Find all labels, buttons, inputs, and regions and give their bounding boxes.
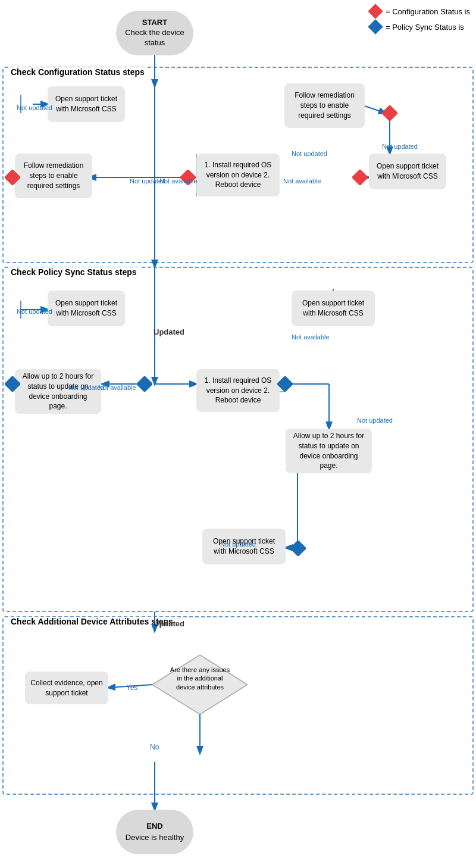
additional-diamond-text: Are there any issues in the additional d…: [167, 666, 233, 691]
label-not-available-config-1: Not available: [159, 177, 198, 185]
start-node: START Check the device status: [116, 11, 193, 55]
label-yes: Yes: [126, 683, 138, 692]
policy-open-support-top-left: Open support ticket with Microsoft CSS: [48, 291, 125, 326]
label-updated-additional: Updated: [154, 619, 184, 628]
config-open-support-right: Open support ticket with Microsoft CSS: [369, 154, 446, 189]
diagram-container: = Configuration Status is = Policy Sync …: [0, 0, 476, 868]
config-diamond-right: [352, 170, 368, 185]
label-not-updated-policy-4: Not updated: [220, 541, 256, 548]
label-not-updated-policy-3: Not updated: [357, 417, 393, 424]
config-open-support-top: Open support ticket with Microsoft CSS: [48, 86, 125, 122]
config-legend-label: = Configuration Status is: [386, 7, 470, 16]
start-line2: Check the device status: [116, 28, 193, 48]
label-updated-policy-1: Updated: [154, 327, 184, 336]
end-line2: Device is healthy: [126, 832, 184, 843]
policy-diamond-right: [277, 376, 293, 392]
config-diamond-top-right: [382, 105, 397, 121]
svg-rect-6: [277, 376, 293, 392]
policy-install-os: 1. Install required OS version on device…: [196, 369, 280, 412]
end-line1: END: [126, 821, 184, 832]
svg-rect-4: [5, 376, 20, 392]
config-section-title: Check Configuration Status steps: [8, 67, 147, 77]
start-line1: START: [116, 18, 193, 28]
label-not-available-policy-2: Not available: [292, 333, 330, 341]
additional-section-title: Check Additional Device Attributes steps: [8, 617, 176, 626]
label-not-updated-config-3: Not updated: [292, 150, 327, 157]
legend: = Configuration Status is = Policy Sync …: [370, 6, 470, 32]
label-not-updated-config-1: Not updated: [17, 104, 52, 111]
policy-legend-label: = Policy Sync Status is: [386, 23, 464, 32]
config-install-os: 1. Install required OS version on device…: [196, 154, 280, 196]
label-no: No: [150, 743, 159, 751]
config-diamond-icon: [368, 4, 383, 18]
label-not-available-policy-1: Not available: [98, 384, 136, 391]
legend-config: = Configuration Status is: [370, 6, 470, 17]
svg-rect-2: [5, 170, 20, 185]
label-not-available-config-2: Not available: [283, 177, 321, 185]
policy-diamond-bottom-right: [290, 541, 306, 556]
policy-allow-2hrs: Allow up to 2 hours for status to update…: [15, 369, 101, 414]
legend-policy: = Policy Sync Status is: [370, 21, 470, 32]
svg-rect-3: [352, 170, 368, 185]
svg-rect-5: [137, 376, 152, 392]
svg-rect-0: [382, 105, 397, 121]
additional-collect: Collect evidence, open support ticket: [25, 672, 108, 704]
svg-rect-7: [290, 541, 306, 556]
label-not-updated-config-4: Not updated: [382, 143, 418, 150]
policy-allow-2hrs-right: Allow up to 2 hours for status to update…: [286, 429, 372, 473]
policy-diamond-center: [137, 376, 152, 392]
end-node: END Device is healthy: [116, 810, 193, 854]
policy-diamond-icon: [368, 19, 383, 34]
policy-diamond-left: [5, 376, 20, 392]
config-follow-remediation-top: Follow remediation steps to enable requi…: [284, 83, 365, 128]
additional-diamond-node: Are there any issues in the additional d…: [152, 655, 248, 714]
config-diamond-left: [5, 170, 20, 185]
label-not-updated-policy-1: Not updated: [17, 308, 52, 315]
policy-section-title: Check Policy Sync Status steps: [8, 267, 139, 277]
config-follow-remediation-left: Follow remediation steps to enable requi…: [15, 154, 92, 198]
policy-open-support-top-right: Open support ticket with Microsoft CSS: [292, 291, 375, 326]
